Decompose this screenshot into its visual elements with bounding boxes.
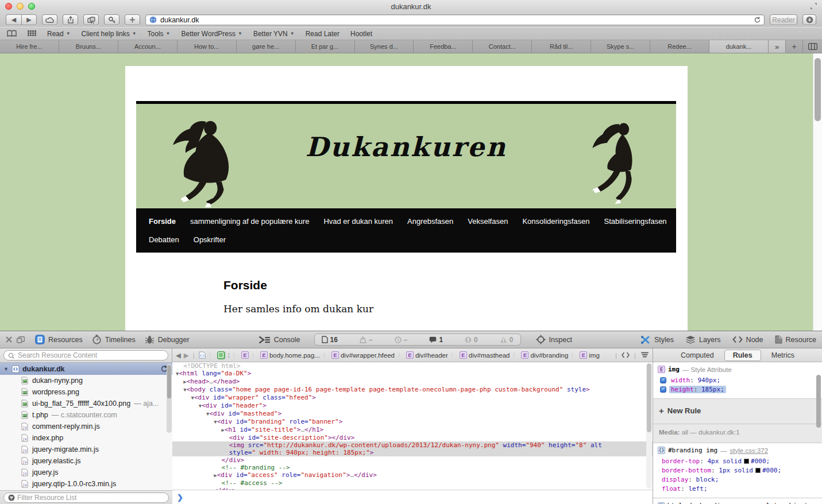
panel-tab-rules[interactable]: Rules (724, 350, 761, 361)
element-badge-icon[interactable]: E (241, 351, 249, 359)
nav-link[interactable]: Debatten (149, 235, 179, 244)
panel-scrollbar[interactable] (816, 370, 821, 502)
checkbox-checked-icon[interactable] (660, 377, 666, 383)
dom-tree-row[interactable]: ▶<div id="access" role="navigation">…</d… (172, 471, 653, 479)
dom-tree-row[interactable]: ▶<h1 id="site-title">…</h1> (172, 426, 653, 434)
crumb-forward-icon[interactable]: ▶ (184, 351, 189, 359)
sidebar-book-icon[interactable] (7, 30, 17, 37)
close-inspector-icon[interactable] (6, 336, 12, 343)
dom-tree-row[interactable]: ▼<body class="home page page-id-16 page-… (172, 386, 653, 394)
bookmark-item[interactable]: Hootlet (350, 30, 372, 38)
css-property-row[interactable]: border-bottom: 1px solid#000; (658, 466, 818, 475)
address-bar[interactable]: dukankur.dk (145, 14, 765, 25)
color-swatch[interactable] (755, 468, 761, 473)
error-count[interactable]: 0 (465, 336, 478, 344)
load-time[interactable]: – (395, 336, 408, 344)
checkbox-checked-icon[interactable] (660, 386, 666, 393)
nav-link[interactable]: sammenligning af de populære kure (190, 217, 309, 226)
rule-selector[interactable]: #branding img (668, 447, 717, 454)
search-field[interactable] (3, 350, 168, 360)
browser-tab[interactable]: Synes d... (355, 40, 414, 53)
dom-tree-row[interactable]: <img src="http://dukankur.dk/wp-content/… (172, 441, 653, 449)
nav-link[interactable]: Konsolideringsfasen (522, 217, 589, 226)
new-tab-button[interactable]: + (786, 40, 803, 53)
nav-link[interactable]: Opskrifter (194, 235, 226, 244)
source-doc-icon[interactable] (199, 351, 206, 359)
new-rule-button[interactable]: + New Rule (658, 402, 818, 419)
code-scrollbar-thumb[interactable] (647, 363, 651, 432)
topsites-grid-icon[interactable] (28, 30, 36, 37)
dom-breadcrumb[interactable]: Ediv#header (406, 351, 448, 359)
resource-file-row[interactable]: ui-bg_flat_75_ffffff_40x100.png — aja... (0, 398, 172, 409)
sidebar-scrollbar-thumb[interactable] (167, 365, 171, 398)
page-scrollbar[interactable] (813, 53, 822, 331)
nav-link[interactable]: Forside (149, 217, 176, 226)
dom-tree-row[interactable]: ▼<div id="header"> (172, 402, 653, 410)
css-property-text[interactable]: float: left; (660, 485, 709, 493)
reader-button[interactable]: Reader (770, 14, 797, 25)
layers-sidebar-button[interactable]: Layers (685, 336, 721, 344)
css-property-text[interactable]: border-bottom: 1px solid#000; (660, 467, 783, 474)
dom-tree-row[interactable]: <!DOCTYPE html> (172, 362, 653, 370)
add-button[interactable] (125, 14, 140, 25)
resource-sidebar-button[interactable]: Resource (775, 335, 817, 344)
dom-breadcrumb[interactable]: Ediv#branding (521, 351, 568, 359)
css-property-row[interactable]: height: 185px; (658, 385, 818, 394)
resource-file-row[interactable]: jsjquery.qtip-1.0.0-rc3.min.js (0, 478, 172, 490)
resource-file-row[interactable]: jsjquery-migrate.min.js (0, 444, 172, 455)
dom-tree-row[interactable]: </div> (172, 456, 653, 464)
nav-link[interactable]: Hvad er dukan kuren (323, 217, 393, 226)
resource-root-row[interactable]: ▼ dukankur.dk (0, 363, 172, 375)
styles-sidebar-button[interactable]: Styles (640, 335, 674, 344)
undock-icon[interactable] (17, 336, 25, 343)
browser-tab[interactable]: Et par g... (296, 40, 355, 53)
show-source-icon[interactable] (622, 352, 630, 358)
dom-tree-row[interactable]: ▼<div id="branding" role="banner"> (172, 418, 653, 426)
rule-source-link[interactable]: style.css:372 (730, 447, 768, 454)
css-property-row[interactable]: width: 940px; (658, 375, 818, 385)
css-property-row[interactable]: border-top: 4px solid#000; (658, 456, 818, 466)
search-input[interactable] (18, 351, 164, 359)
resource-root-label[interactable]: dukankur.dk (22, 365, 157, 373)
code-scrollbar[interactable] (646, 363, 652, 489)
frame-icon[interactable] (217, 351, 225, 359)
console-button[interactable]: Console (258, 336, 300, 344)
console-message-count[interactable]: 1 (429, 336, 443, 344)
browser-tab[interactable]: Feedba... (414, 40, 473, 53)
dom-breadcrumb[interactable]: Ediv#wrapper.hfeed (331, 351, 395, 359)
browser-tab[interactable]: Skype s... (591, 40, 650, 53)
browser-tab[interactable]: Råd til... (532, 40, 591, 53)
close-window-button[interactable] (5, 3, 12, 10)
url-text[interactable]: dukankur.dk (160, 16, 750, 24)
dom-tree-row[interactable]: <!-- #access --> (172, 479, 653, 487)
css-property-text[interactable]: height: 185px; (669, 386, 726, 393)
console-prompt-bar[interactable]: ❯ (172, 490, 653, 504)
transfer-size[interactable]: – (360, 336, 373, 344)
dom-tree-row[interactable]: <div id="site-description"></div> (172, 434, 653, 441)
dots-icon[interactable]: ⁞ (228, 352, 230, 359)
css-property-text[interactable]: width: 940px; (669, 377, 722, 384)
debugger-button[interactable]: Debugger (145, 335, 190, 344)
browser-tab[interactable]: gøre he... (237, 40, 296, 53)
browser-tab[interactable]: Hire fre... (0, 40, 59, 53)
rule-selector[interactable]: html, body, div, span, applet, object, i… (667, 502, 818, 504)
resource-file-row[interactable]: jsindex.php (0, 432, 172, 444)
resource-file-row[interactable]: t.php — c.statcounter.com (0, 409, 172, 421)
extension-windows-button[interactable] (83, 14, 99, 25)
inspect-button[interactable]: Inspect (536, 335, 572, 344)
timelines-button[interactable]: Timelines (92, 335, 136, 344)
browser-tab[interactable]: Accoun... (118, 40, 177, 53)
reload-icon[interactable] (754, 17, 761, 24)
minimize-window-button[interactable] (17, 3, 24, 10)
disclosure-triangle-icon[interactable]: ▼ (3, 366, 9, 372)
resource-file-row[interactable]: jsjquery.js (0, 467, 172, 478)
browser-tab[interactable]: Redee... (650, 40, 709, 53)
bookmark-item[interactable]: Better YVN▼ (253, 30, 295, 38)
browser-tab[interactable]: Contact... (473, 40, 532, 53)
filter-input[interactable] (17, 494, 164, 502)
resource-file-row[interactable]: wordpress.png (0, 386, 172, 398)
browser-tab[interactable]: Bruuns... (59, 40, 118, 53)
bookmark-item[interactable]: Read Later (306, 30, 339, 38)
fullscreen-icon[interactable] (810, 2, 817, 10)
dom-breadcrumb[interactable]: Eimg (580, 351, 600, 359)
